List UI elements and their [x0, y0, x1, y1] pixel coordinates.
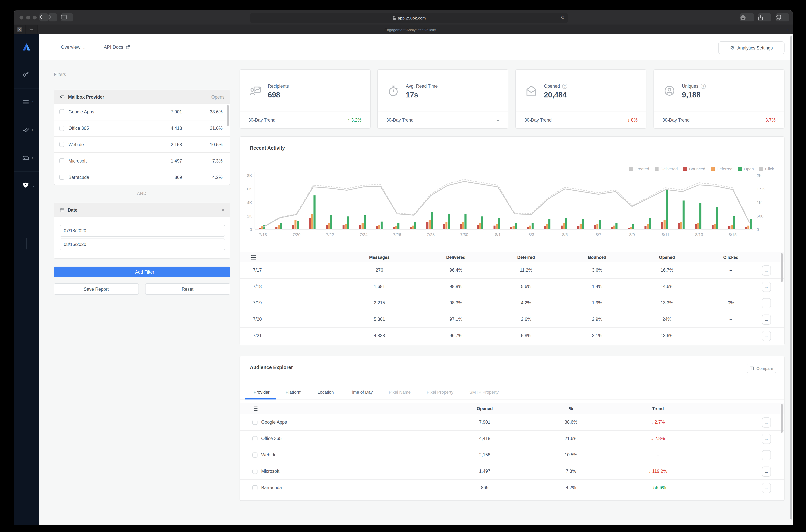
nav-overview[interactable]: Overview⌄ — [61, 44, 86, 50]
calendar-icon — [59, 207, 65, 213]
row-detail-arrow-button[interactable]: → — [762, 483, 771, 493]
gear-icon: ⚙ — [730, 45, 735, 51]
sidebar-logo[interactable] — [14, 34, 39, 60]
person-circle-icon — [662, 83, 677, 98]
add-filter-button[interactable]: + Add Filter — [54, 267, 230, 277]
stat-value: 9,188 — [682, 91, 700, 99]
scrollbar-thumb[interactable] — [226, 105, 228, 126]
svg-text:2K: 2K — [247, 214, 252, 218]
forward-button[interactable] — [48, 13, 57, 21]
reset-button[interactable]: Reset — [145, 283, 230, 294]
provider-row[interactable]: Microsoft1,4977.3% — [54, 153, 230, 169]
row-detail-arrow-button[interactable]: → — [762, 450, 771, 460]
reload-icon[interactable]: ↻ — [561, 15, 565, 20]
minimize-window-button[interactable] — [26, 16, 30, 19]
tab-pixel-name[interactable]: Pixel Name — [389, 387, 411, 399]
trend-value: -- — [496, 117, 499, 122]
checkbox[interactable] — [252, 485, 257, 490]
svg-text:8/3: 8/3 — [528, 232, 534, 237]
close-icon[interactable]: × — [222, 207, 224, 213]
row-detail-arrow-button[interactable]: → — [762, 265, 771, 276]
tab-provider[interactable]: Provider — [254, 387, 270, 399]
excel-icon: X — [17, 27, 22, 32]
checkbox[interactable] — [252, 420, 257, 425]
back-button[interactable] — [39, 13, 48, 21]
provider-row[interactable]: Google Apps7,90138.6% — [54, 104, 230, 120]
person-chart-icon — [248, 83, 262, 98]
pinned-tab-excel[interactable]: X — [14, 25, 26, 34]
row-detail-arrow-button[interactable]: → — [762, 314, 771, 324]
provider-list: Google Apps7,90138.6% Office 3654,41821.… — [54, 104, 230, 185]
external-link-icon — [125, 45, 130, 50]
row-detail-arrow-button[interactable]: → — [762, 331, 771, 341]
list-menu-icon — [21, 98, 30, 107]
tab-pixel-property[interactable]: Pixel Property — [427, 387, 453, 399]
downloads-icon[interactable] — [740, 13, 754, 21]
sidebar-item-lists[interactable]: ‹ — [14, 88, 39, 116]
page-scrollbar[interactable] — [790, 34, 793, 525]
row-detail-arrow-button[interactable]: → — [762, 298, 771, 308]
svg-text:1K: 1K — [756, 200, 762, 205]
row-detail-arrow-button[interactable]: → — [762, 466, 771, 476]
close-window-button[interactable] — [19, 16, 23, 19]
provider-row[interactable]: Barracuda8694.2% — [54, 169, 230, 185]
help-icon[interactable]: ? — [562, 83, 567, 89]
pinned-tab-validity[interactable] — [26, 25, 38, 34]
active-tab[interactable]: Engagement Analytics : Validity — [38, 25, 783, 34]
row-detail-arrow-button[interactable]: → — [762, 434, 771, 444]
checkbox[interactable] — [59, 175, 64, 180]
tab-overview-icon[interactable] — [775, 13, 789, 21]
provider-row[interactable]: Web.de2,15810.5% — [54, 136, 230, 153]
share-icon[interactable] — [758, 13, 771, 21]
tab-location[interactable]: Location — [317, 387, 334, 399]
checkbox[interactable] — [252, 452, 257, 457]
page-scrollbar-thumb[interactable] — [790, 36, 792, 519]
nav-api-docs[interactable]: API Docs — [104, 44, 130, 50]
audience-row: Office 3654,41821.6%↓ 2.8%→ — [240, 431, 784, 447]
tab-platform[interactable]: Platform — [286, 387, 301, 399]
active-tab-underline — [245, 398, 276, 399]
filter-card-title: Mailbox Provider — [68, 95, 104, 99]
checkbox[interactable] — [59, 142, 64, 147]
help-icon[interactable]: ? — [701, 83, 706, 89]
compare-button[interactable]: Compare — [747, 364, 776, 373]
date-end-input[interactable]: 08/16/2020 — [59, 239, 225, 250]
sidebar-item-validation[interactable]: ‹ — [14, 116, 39, 144]
filter-conjunction: AND — [54, 191, 230, 196]
checkbox[interactable] — [59, 109, 64, 114]
sidebar-toggle-icon[interactable] — [61, 13, 73, 21]
sidebar-item-keys[interactable] — [14, 60, 39, 88]
audience-explorer-card: Audience Explorer Compare Provider Platf… — [239, 356, 785, 501]
row-detail-arrow-button[interactable]: → — [762, 282, 771, 292]
row-detail-arrow-button[interactable]: → — [762, 417, 771, 428]
app-sidebar: ‹ ‹ ‹ ⌄ — [14, 34, 39, 525]
zoom-window-button[interactable] — [33, 16, 37, 19]
tab-smtp-property[interactable]: SMTP Property — [469, 387, 499, 399]
checkbox[interactable] — [59, 158, 64, 164]
sidebar-item-engagement[interactable]: ⌄ — [14, 171, 39, 200]
recent-table-row: 7/214,83896.7%5.8%3.1%13.6%--→ — [240, 328, 784, 344]
new-tab-button[interactable]: + — [783, 25, 793, 34]
list-icon[interactable] — [251, 255, 256, 260]
trend-label: 30-Day Trend — [662, 117, 690, 122]
svg-text:7/18: 7/18 — [259, 232, 267, 237]
250ok-logo-icon — [21, 42, 32, 52]
sidebar-item-inbox[interactable]: ‹ — [14, 144, 39, 171]
date-start-input[interactable]: 07/18/2020 — [59, 225, 225, 236]
address-bar[interactable]: app.250ok.com ↻ — [250, 13, 568, 23]
scrollbar-thumb[interactable] — [781, 253, 783, 282]
list-icon[interactable] — [252, 406, 258, 411]
scrollbar-thumb[interactable] — [781, 404, 783, 433]
analytics-settings-button[interactable]: ⚙ Analytics Settings — [718, 41, 785, 54]
save-report-button[interactable]: Save Report — [54, 283, 139, 294]
tab-time-of-day[interactable]: Time of Day — [350, 387, 373, 399]
filter-metric-label: Opens — [211, 95, 224, 99]
checkbox[interactable] — [252, 469, 257, 474]
provider-row[interactable]: Office 3654,41821.6% — [54, 120, 230, 136]
card-title: Recent Activity — [250, 145, 285, 151]
sidebar-scroll-indicator — [26, 238, 27, 249]
plus-icon: + — [129, 269, 132, 275]
checkbox[interactable] — [59, 126, 64, 131]
checkbox[interactable] — [252, 436, 257, 441]
stat-label: Opened — [544, 84, 560, 89]
